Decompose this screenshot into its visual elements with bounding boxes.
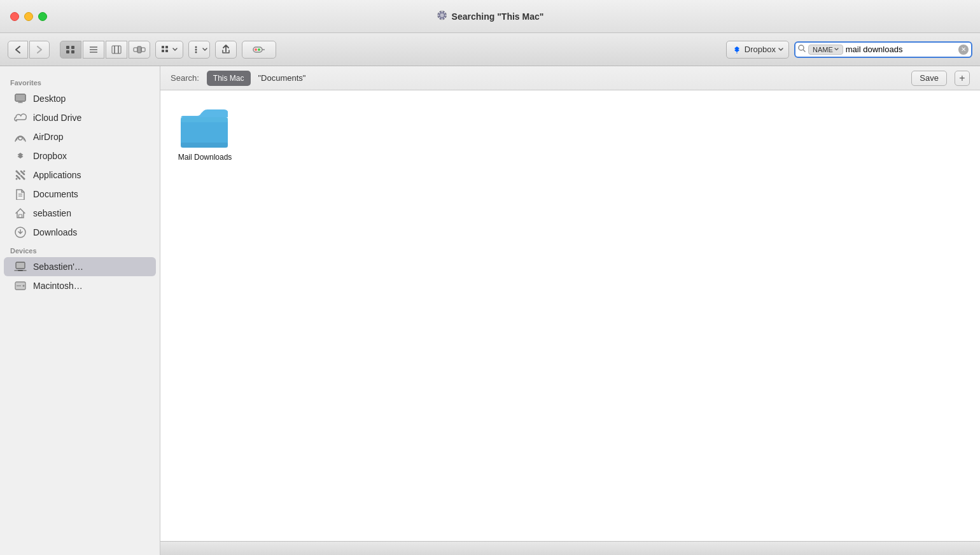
search-clear-button[interactable]: ✕ <box>958 45 969 55</box>
cover-flow-button[interactable] <box>129 41 150 59</box>
add-criteria-button[interactable]: + <box>955 71 970 86</box>
svg-rect-12 <box>134 48 137 52</box>
sidebar-item-documents[interactable]: Documents <box>4 185 156 204</box>
dropbox-sidebar-icon <box>14 150 27 162</box>
search-icon <box>798 45 806 54</box>
svg-point-31 <box>24 171 25 172</box>
name-badge[interactable]: NAME <box>808 45 843 55</box>
list-view-button[interactable] <box>83 41 104 59</box>
bottom-bar <box>160 541 980 555</box>
nav-buttons <box>8 41 50 59</box>
svg-rect-14 <box>141 48 145 52</box>
dropbox-button[interactable]: Dropbox <box>726 41 789 59</box>
svg-rect-2 <box>66 46 69 49</box>
file-content: Mail Downloads <box>160 90 980 541</box>
sidebar-item-icloud[interactable]: iCloud Drive <box>4 108 156 127</box>
svg-point-1 <box>440 13 444 17</box>
share-button[interactable] <box>215 41 237 59</box>
sidebar-label-applications: Applications <box>33 170 81 180</box>
sidebar-item-airdrop[interactable]: AirDrop <box>4 127 156 146</box>
icon-view-button[interactable] <box>60 41 81 59</box>
home-icon <box>14 207 27 220</box>
svg-point-40 <box>23 285 25 287</box>
window-title: Searching "This Mac" <box>437 10 544 24</box>
svg-rect-16 <box>162 50 164 52</box>
sidebar-label-documents: Documents <box>33 189 78 199</box>
minimize-button[interactable] <box>24 12 33 21</box>
applications-icon <box>14 169 27 181</box>
svg-point-33 <box>24 178 25 180</box>
svg-rect-11 <box>112 46 121 53</box>
sidebar-label-downloads: Downloads <box>33 227 77 237</box>
airdrop-icon <box>14 130 27 143</box>
dropbox-label: Dropbox <box>745 45 776 54</box>
sidebar-label-sebastien: sebastien <box>33 208 71 218</box>
sidebar-label-airdrop: AirDrop <box>33 132 63 142</box>
svg-rect-4 <box>66 50 69 53</box>
svg-rect-3 <box>71 46 74 49</box>
tag-button[interactable] <box>242 41 276 59</box>
svg-point-32 <box>16 178 18 180</box>
title-bar: Searching "This Mac" <box>0 0 980 33</box>
sidebar-label-desktop: Desktop <box>33 94 66 104</box>
name-badge-label: NAME <box>813 46 833 53</box>
svg-point-25 <box>799 45 804 50</box>
svg-line-26 <box>804 50 806 52</box>
svg-point-24 <box>258 48 260 51</box>
column-view-button[interactable] <box>106 41 127 59</box>
save-button[interactable]: Save <box>911 71 947 86</box>
svg-point-21 <box>195 51 197 53</box>
desktop-icon <box>14 92 27 105</box>
favorites-section-title: Favorites <box>0 74 160 89</box>
sidebar-label-macintosh: Macintosh… <box>33 281 83 291</box>
folder-icon-svg <box>179 107 230 150</box>
harddisk-icon <box>14 279 27 292</box>
maximize-button[interactable] <box>38 12 47 21</box>
sidebar-item-macintosh[interactable]: Macintosh… <box>4 276 156 295</box>
search-label: Search: <box>171 73 199 83</box>
svg-point-19 <box>195 46 197 48</box>
svg-point-30 <box>16 171 18 172</box>
search-box[interactable]: NAME ✕ <box>794 41 972 58</box>
window-title-text: Searching "This Mac" <box>452 11 544 22</box>
sidebar: Favorites Desktop iCloud Drive <box>0 66 160 555</box>
svg-rect-18 <box>165 50 168 52</box>
downloads-icon <box>14 226 27 239</box>
action-button[interactable] <box>188 41 210 59</box>
svg-rect-44 <box>181 143 228 148</box>
documents-scope-button[interactable]: "Documents" <box>258 73 306 83</box>
sidebar-item-sebastien-laptop[interactable]: Sebastien'… <box>4 257 156 276</box>
traffic-lights <box>10 12 47 21</box>
group-button[interactable] <box>155 41 183 59</box>
documents-icon <box>14 188 27 200</box>
svg-rect-17 <box>165 46 168 48</box>
forward-button[interactable] <box>29 41 50 59</box>
content-area: Search: This Mac "Documents" Save + <box>160 66 980 555</box>
window-title-icon <box>437 10 448 24</box>
devices-section-title: Devices <box>0 242 160 257</box>
sidebar-item-applications[interactable]: Applications <box>4 165 156 185</box>
svg-rect-5 <box>71 50 74 53</box>
toolbar: Dropbox NAME ✕ <box>0 33 980 66</box>
sidebar-item-dropbox[interactable]: Dropbox <box>4 146 156 165</box>
back-button[interactable] <box>8 41 28 59</box>
file-item-mail-downloads[interactable]: Mail Downloads <box>173 103 237 165</box>
sidebar-label-dropbox: Dropbox <box>33 151 67 161</box>
close-button[interactable] <box>10 12 19 21</box>
search-scope-bar: Search: This Mac "Documents" Save + <box>160 66 980 90</box>
file-label-mail-downloads: Mail Downloads <box>178 153 232 162</box>
sidebar-label-icloud: iCloud Drive <box>33 113 81 123</box>
svg-rect-13 <box>137 46 141 53</box>
sidebar-item-desktop[interactable]: Desktop <box>4 89 156 108</box>
search-input[interactable] <box>846 45 956 54</box>
icloud-icon <box>14 111 27 124</box>
svg-rect-15 <box>162 46 164 48</box>
laptop-icon <box>14 260 27 273</box>
sidebar-label-sebastien-laptop: Sebastien'… <box>33 262 83 272</box>
this-mac-scope-button[interactable]: This Mac <box>207 71 251 86</box>
main-layout: Favorites Desktop iCloud Drive <box>0 66 980 555</box>
svg-rect-38 <box>16 262 25 269</box>
sidebar-item-downloads[interactable]: Downloads <box>4 223 156 242</box>
sidebar-item-sebastien[interactable]: sebastien <box>4 204 156 223</box>
view-buttons <box>60 41 150 59</box>
